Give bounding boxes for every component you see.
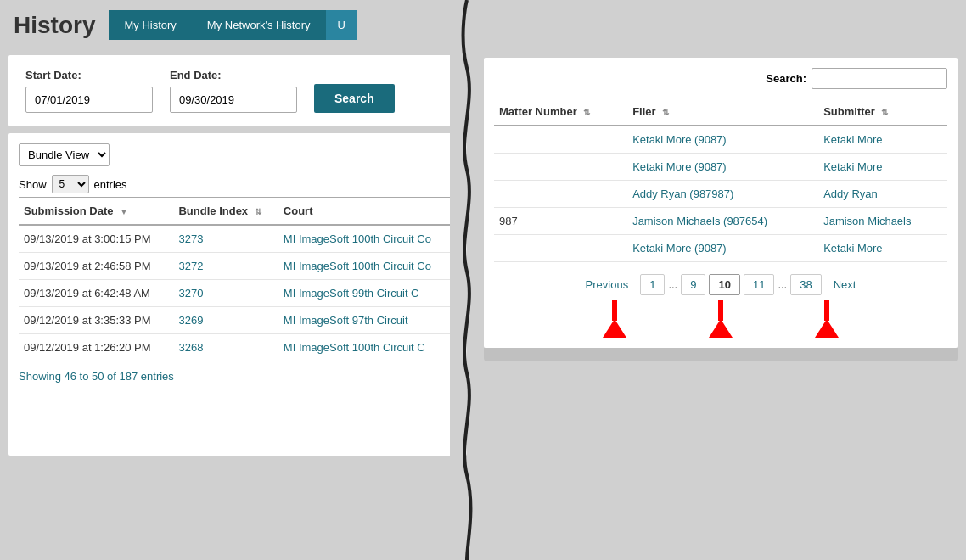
cell-submitter[interactable]: Jamison Michaels — [818, 208, 947, 235]
cell-filer[interactable]: Addy Ryan (987987) — [627, 181, 818, 208]
col-filer[interactable]: Filer ⇅ — [627, 98, 818, 126]
cell-submitter[interactable]: Ketaki More — [818, 235, 947, 262]
end-date-input[interactable] — [170, 87, 297, 113]
pagination-ellipsis-2: ... — [778, 278, 787, 291]
table-row: Ketaki More (9087) Ketaki More — [494, 154, 947, 181]
table-row: 09/13/2019 at 6:42:48 AM 3270 MI ImageSo… — [19, 280, 457, 307]
cell-submitter[interactable]: Addy Ryan — [818, 181, 947, 208]
right-search-label: Search: — [766, 72, 806, 85]
cell-court[interactable]: MI ImageSoft 100th Circuit Co — [278, 253, 457, 280]
cell-court[interactable]: MI ImageSoft 97th Circuit — [278, 307, 457, 334]
end-date-label: End Date: — [170, 69, 297, 81]
right-table-card: Search: Matter Number ⇅ Filer ⇅ — [484, 58, 958, 348]
right-search-bar: Search: — [494, 68, 947, 89]
col-bundle-index[interactable]: Bundle Index ⇅ — [173, 198, 278, 226]
pagination-ellipsis-1: ... — [668, 278, 677, 291]
table-row: Ketaki More (9087) Ketaki More — [494, 235, 947, 262]
cell-filer[interactable]: Jamison Michaels (987654) — [627, 208, 818, 235]
col-submitter[interactable]: Submitter ⇅ — [818, 98, 947, 126]
arrow-previous — [603, 300, 626, 338]
cell-date: 09/12/2019 at 3:35:33 PM — [19, 307, 173, 334]
col-matter-number[interactable]: Matter Number ⇅ — [494, 98, 627, 126]
start-date-label: Start Date: — [25, 69, 153, 81]
date-filter-card: Start Date: End Date: Search — [8, 55, 467, 126]
cell-submitter[interactable]: Ketaki More — [818, 126, 947, 154]
cell-submitter[interactable]: Ketaki More — [818, 154, 947, 181]
show-entries-control: Show 5 10 25 entries — [19, 175, 457, 193]
tab-my-networks-history[interactable]: My Network's History — [192, 10, 326, 40]
table-row: 987 Jamison Michaels (987654) Jamison Mi… — [494, 208, 947, 235]
cell-court[interactable]: MI ImageSoft 100th Circuit C — [278, 334, 457, 361]
pagination: Previous 1 ... 9 10 11 ... 38 Next — [494, 274, 947, 295]
cell-date: 09/12/2019 at 1:26:20 PM — [19, 334, 173, 361]
right-search-input[interactable] — [812, 68, 947, 89]
sort-icon-submitter: ⇅ — [881, 108, 888, 117]
cell-filer[interactable]: Ketaki More (9087) — [627, 235, 818, 262]
table-row: 09/12/2019 at 1:26:20 PM 3268 MI ImageSo… — [19, 334, 457, 361]
cell-matter — [494, 235, 627, 262]
left-table-card: Bundle View Show 5 10 25 entries Submiss… — [8, 133, 467, 456]
arrows-container — [494, 300, 947, 338]
pagination-page-10[interactable]: 10 — [709, 274, 739, 295]
cell-index[interactable]: 3270 — [173, 280, 278, 307]
arrow-current-page — [709, 300, 733, 338]
start-date-input[interactable] — [25, 87, 153, 113]
cell-index[interactable]: 3268 — [173, 334, 278, 361]
cell-matter — [494, 154, 627, 181]
cell-court[interactable]: MI ImageSoft 99th Circuit C — [278, 280, 457, 307]
cell-matter: 987 — [494, 208, 627, 235]
entries-label: entries — [94, 178, 127, 191]
end-date-field: End Date: — [170, 69, 297, 113]
table-row: Addy Ryan (987987) Addy Ryan — [494, 181, 947, 208]
submissions-table: Submission Date ▼ Bundle Index ⇅ Court — [19, 197, 457, 361]
cell-matter — [494, 181, 627, 208]
cell-court[interactable]: MI ImageSoft 100th Circuit Co — [278, 225, 457, 253]
pagination-page-9[interactable]: 9 — [681, 274, 705, 295]
sort-icon-matter: ⇅ — [583, 108, 590, 117]
pagination-next[interactable]: Next — [825, 275, 865, 294]
cell-index[interactable]: 3269 — [173, 307, 278, 334]
cell-matter — [494, 126, 627, 154]
sort-icon-date: ▼ — [120, 207, 128, 216]
start-date-field: Start Date: — [25, 69, 153, 113]
table-row: 09/13/2019 at 3:00:15 PM 3273 MI ImageSo… — [19, 225, 457, 253]
bundle-view-select[interactable]: Bundle View — [19, 143, 110, 166]
pagination-page-11[interactable]: 11 — [744, 274, 774, 295]
col-court[interactable]: Court — [278, 198, 457, 226]
showing-entries-text: Showing 46 to 50 of 187 entries — [19, 370, 457, 383]
tab-partial[interactable]: U — [326, 10, 357, 40]
entries-count-select[interactable]: 5 10 25 — [52, 175, 89, 193]
cell-index[interactable]: 3272 — [173, 253, 278, 280]
page-title: History — [14, 12, 95, 39]
show-label: Show — [19, 178, 47, 191]
table-row: Ketaki More (9087) Ketaki More — [494, 126, 947, 154]
pagination-page-1[interactable]: 1 — [640, 274, 665, 295]
right-top-grey — [484, 0, 958, 58]
sort-icon-filer: ⇅ — [662, 108, 669, 117]
cell-index[interactable]: 3273 — [173, 225, 278, 253]
cell-date: 09/13/2019 at 3:00:15 PM — [19, 225, 173, 253]
bottom-grey-band — [484, 348, 958, 361]
tab-my-history[interactable]: My History — [109, 10, 191, 40]
table-row: 09/13/2019 at 2:46:58 PM 3272 MI ImageSo… — [19, 253, 457, 280]
table-row: 09/12/2019 at 3:35:33 PM 3269 MI ImageSo… — [19, 307, 457, 334]
sort-icon-bundle: ⇅ — [255, 207, 261, 216]
col-submission-date[interactable]: Submission Date ▼ — [19, 198, 173, 226]
tab-navigation: My History My Network's History U — [109, 10, 357, 40]
right-submissions-table: Matter Number ⇅ Filer ⇅ Submitter ⇅ — [494, 98, 947, 262]
arrow-next — [815, 300, 839, 338]
search-button[interactable]: Search — [314, 84, 395, 113]
cell-date: 09/13/2019 at 2:46:58 PM — [19, 253, 173, 280]
cell-filer[interactable]: Ketaki More (9087) — [627, 154, 818, 181]
cell-filer[interactable]: Ketaki More (9087) — [627, 126, 818, 154]
pagination-page-38[interactable]: 38 — [790, 274, 821, 295]
cell-date: 09/13/2019 at 6:42:48 AM — [19, 280, 173, 307]
pagination-previous[interactable]: Previous — [577, 275, 637, 294]
